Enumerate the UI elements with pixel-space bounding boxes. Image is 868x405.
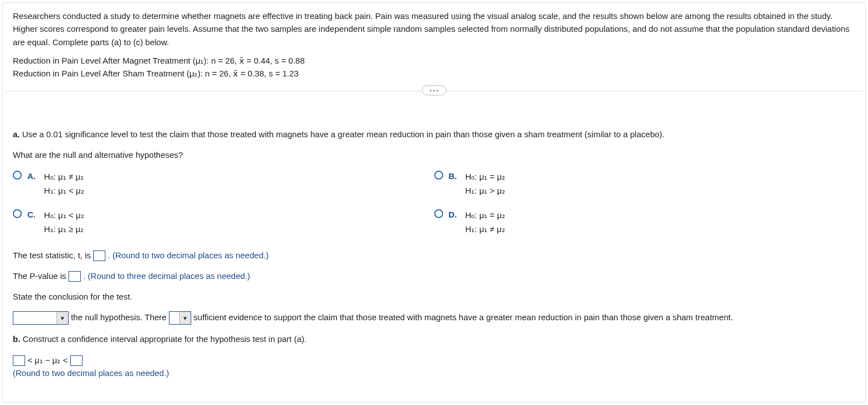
- option-a-h0: H₀: μ₁ ≠ μ₂: [44, 170, 84, 184]
- options-grid: A. H₀: μ₁ ≠ μ₂ H₁: μ₁ < μ₂ B. H₀: μ₁ = μ…: [13, 170, 855, 237]
- conclusion-select-1[interactable]: [13, 311, 69, 325]
- part-b-label: b.: [13, 334, 20, 344]
- radio-d[interactable]: [434, 209, 443, 218]
- ci-mid: < μ₁ − μ₂ <: [27, 355, 70, 365]
- conclusion-intro: State the conclusion for the test.: [13, 290, 855, 303]
- part-a-label: a.: [13, 129, 20, 139]
- intro-text: Researchers conducted a study to determi…: [13, 9, 855, 49]
- option-b-h1: H₁: μ₁ > μ₂: [465, 184, 506, 198]
- option-b-h0: H₀: μ₁ = μ₂: [465, 170, 506, 184]
- ci-hint: (Round to two decimal places as needed.): [13, 367, 855, 379]
- tstat-input[interactable]: [93, 250, 105, 261]
- option-a-h1: H₁: μ₁ < μ₂: [44, 184, 84, 198]
- option-d: D. H₀: μ₁ = μ₂ H₁: μ₁ ≠ μ₂: [434, 208, 856, 237]
- question-body[interactable]: a. Use a 0.01 significance level to test…: [3, 114, 865, 400]
- option-c: C. H₀: μ₁ < μ₂ H₁: μ₁ ≥ μ₂: [13, 208, 434, 237]
- sample2-stats: Reduction in Pain Level After Sham Treat…: [13, 67, 855, 80]
- radio-a[interactable]: [13, 171, 22, 180]
- option-a-hypotheses: H₀: μ₁ ≠ μ₂ H₁: μ₁ < μ₂: [44, 170, 84, 198]
- ci-upper-input[interactable]: [70, 355, 83, 366]
- conclusion-mid2: sufficient evidence to support the claim…: [193, 312, 733, 322]
- tstat-pre: The test statistic, t, is: [13, 250, 93, 260]
- radio-c[interactable]: [13, 209, 22, 218]
- ci-lower-input[interactable]: [13, 355, 25, 366]
- option-b-letter: B.: [449, 170, 460, 182]
- problem-container: Researchers conducted a study to determi…: [2, 2, 866, 403]
- section-divider: [5, 91, 863, 91]
- expand-button[interactable]: [422, 85, 447, 95]
- option-a-letter: A.: [27, 170, 38, 182]
- tstat-hint: . (Round to two decimal places as needed…: [108, 250, 269, 260]
- tstat-line: The test statistic, t, is . (Round to tw…: [13, 249, 855, 262]
- pvalue-input[interactable]: [69, 271, 81, 282]
- option-d-h0: H₀: μ₁ = μ₂: [465, 208, 506, 223]
- hypotheses-question: What are the null and alternative hypoth…: [13, 148, 855, 161]
- sample1-stats: Reduction in Pain Level After Magnet Tre…: [13, 54, 855, 67]
- conclusion-select-2[interactable]: [169, 311, 191, 325]
- pvalue-pre: The P-value is: [13, 271, 69, 281]
- conclusion-mid1: the null hypothesis. There: [71, 312, 169, 322]
- part-b-text: Construct a confidence interval appropri…: [23, 334, 307, 344]
- part-b-prompt: b. Construct a confidence interval appro…: [13, 332, 855, 345]
- option-b: B. H₀: μ₁ = μ₂ H₁: μ₁ > μ₂: [434, 170, 856, 198]
- option-d-h1: H₁: μ₁ ≠ μ₂: [465, 222, 506, 237]
- option-c-hypotheses: H₀: μ₁ < μ₂ H₁: μ₁ ≥ μ₂: [44, 208, 84, 237]
- option-c-letter: C.: [27, 208, 38, 221]
- pvalue-line: The P-value is . (Round to three decimal…: [13, 269, 855, 282]
- ci-line: < μ₁ − μ₂ <: [13, 354, 855, 367]
- option-d-hypotheses: H₀: μ₁ = μ₂ H₁: μ₁ ≠ μ₂: [465, 208, 506, 237]
- conclusion-line: the null hypothesis. There sufficient ev…: [13, 311, 855, 325]
- option-b-hypotheses: H₀: μ₁ = μ₂ H₁: μ₁ > μ₂: [465, 170, 506, 198]
- part-a-prompt: a. Use a 0.01 significance level to test…: [13, 128, 855, 141]
- radio-b[interactable]: [434, 171, 443, 180]
- problem-header: Researchers conducted a study to determi…: [3, 3, 865, 88]
- option-c-h0: H₀: μ₁ < μ₂: [44, 208, 84, 223]
- option-a: A. H₀: μ₁ ≠ μ₂ H₁: μ₁ < μ₂: [13, 170, 434, 198]
- part-a-text: Use a 0.01 significance level to test th…: [22, 129, 665, 139]
- option-d-letter: D.: [449, 208, 460, 221]
- pvalue-hint: . (Round to three decimal places as need…: [83, 271, 250, 281]
- option-c-h1: H₁: μ₁ ≥ μ₂: [44, 222, 84, 237]
